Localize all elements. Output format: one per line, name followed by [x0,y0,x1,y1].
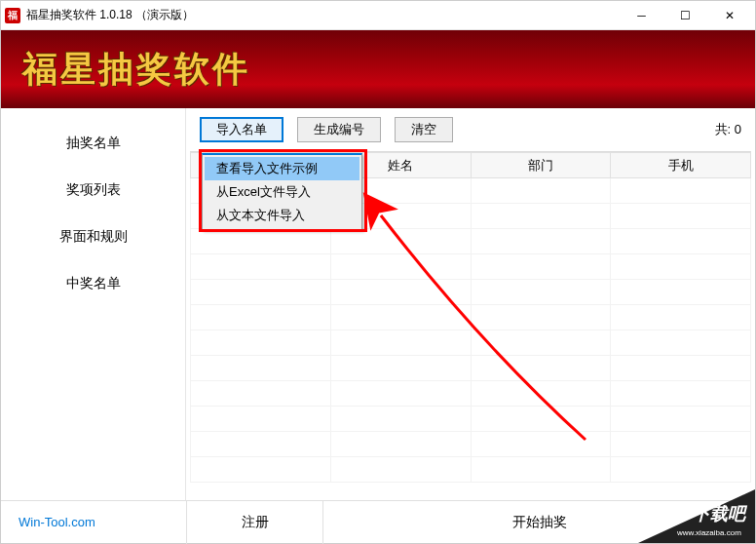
minimize-button[interactable]: ─ [620,1,663,30]
footer: Win-Tool.com 注册 开始抽奖 [1,500,755,543]
sidebar: 抽奖名单 奖项列表 界面和规则 中奖名单 [1,108,186,500]
generate-number-button[interactable]: 生成编号 [297,117,381,142]
dropdown-item-example[interactable]: 查看导入文件示例 [205,157,359,180]
dropdown-item-text[interactable]: 从文本文件导入 [205,204,359,227]
start-lottery-button[interactable]: 开始抽奖 [322,501,755,544]
content-area: 抽奖名单 奖项列表 界面和规则 中奖名单 导入名单 生成编号 清空 共: 0 编 [1,108,755,500]
app-icon: 福 [5,8,20,23]
close-button[interactable]: ✕ [707,1,751,30]
table-row [191,280,751,305]
app-window: 福 福星抽奖软件 1.0.18 （演示版） ─ ☐ ✕ 福星抽奖软件 抽奖名单 … [0,0,756,544]
table-row [191,305,751,330]
register-button[interactable]: 注册 [186,501,322,544]
count-value: 0 [735,122,741,136]
table-row [191,407,751,432]
banner-title: 福星抽奖软件 [22,46,250,94]
banner: 福星抽奖软件 [1,30,755,108]
import-button[interactable]: 导入名单 [200,117,284,142]
col-dept[interactable]: 部门 [471,153,611,178]
table-row [191,254,751,280]
window-controls: ─ ☐ ✕ [620,1,751,30]
sidebar-item-prizes[interactable]: 奖项列表 [1,167,185,214]
table-row [191,457,751,483]
toolbar: 导入名单 生成编号 清空 共: 0 [186,108,755,151]
sidebar-item-rules[interactable]: 界面和规则 [1,214,185,260]
col-phone[interactable]: 手机 [611,153,751,178]
table-row [191,381,751,407]
titlebar: 福 福星抽奖软件 1.0.18 （演示版） ─ ☐ ✕ [1,1,755,30]
window-title: 福星抽奖软件 1.0.18 （演示版） [26,7,194,23]
table-row [191,229,751,254]
table-row [191,432,751,457]
count-prefix: 共: [715,122,732,136]
clear-button[interactable]: 清空 [395,117,453,142]
sidebar-item-winners[interactable]: 中奖名单 [1,260,185,307]
sidebar-item-participants[interactable]: 抽奖名单 [1,120,185,167]
import-dropdown: 查看导入文件示例 从Excel文件导入 从文本文件导入 [202,153,362,230]
table-row [191,356,751,381]
count-display: 共: 0 [715,121,741,138]
website-link[interactable]: Win-Tool.com [1,515,186,529]
maximize-button[interactable]: ☐ [663,1,707,30]
table-row [191,330,751,356]
dropdown-item-excel[interactable]: 从Excel文件导入 [205,180,359,204]
